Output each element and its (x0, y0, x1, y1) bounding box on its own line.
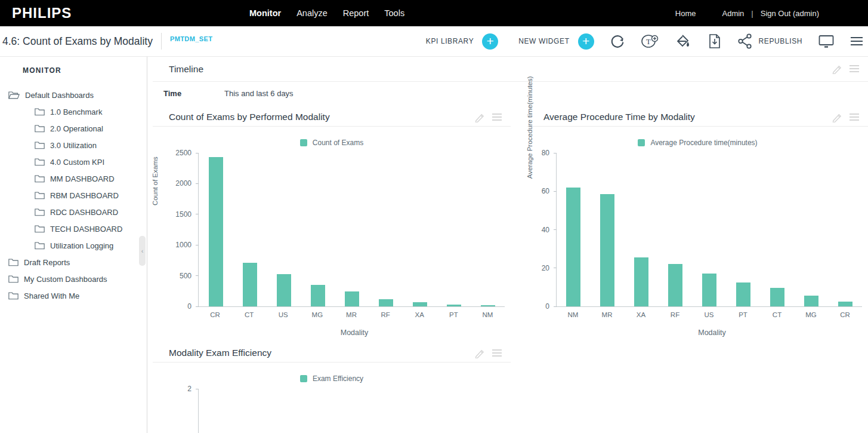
y-axis-label: Count of Exams (152, 156, 159, 205)
sidebar-item-mm-dashboard[interactable]: MM DASHBOARD (0, 170, 147, 187)
sidebar-item-utilization-logging[interactable]: Utilization Logging (0, 237, 147, 254)
bar-nm[interactable] (566, 188, 580, 306)
bar-pt[interactable] (736, 282, 750, 306)
bar-us[interactable] (702, 274, 716, 306)
kpi-library-button[interactable]: KPI LIBRARY (426, 37, 474, 45)
plot-area: 2 (198, 389, 505, 433)
bars (557, 153, 862, 306)
dataset-tag[interactable]: PMTDM_SET (170, 35, 212, 42)
bar-chart-avg-procedure-time: Average Procedure time(minutes) Average … (527, 139, 868, 337)
sidebar-item-label: My Custom Dashboards (24, 275, 107, 284)
sidebar-item-default-dashboards[interactable]: Default Dashboards (0, 87, 147, 103)
bar-mr[interactable] (345, 291, 359, 306)
folder-icon (8, 291, 18, 300)
x-tick-mg: MG (794, 311, 828, 318)
refresh-icon[interactable] (610, 33, 625, 49)
user-nav: Home Admin | Sign Out (admin) (675, 9, 819, 18)
share-icon (737, 33, 753, 50)
bar-mg[interactable] (311, 285, 325, 306)
bar-ct[interactable] (770, 288, 784, 306)
x-tick-nm: NM (471, 311, 505, 318)
bar-nm[interactable] (481, 305, 495, 306)
top-bar: PHILIPS MonitorAnalyzeReportTools Home A… (0, 0, 868, 26)
folder-icon (8, 258, 18, 266)
x-tick-xa: XA (624, 311, 658, 318)
add-text-icon[interactable]: T (641, 33, 660, 50)
bar-xa[interactable] (634, 257, 648, 306)
bar-cr[interactable] (838, 302, 852, 306)
x-tick-us: US (692, 311, 726, 318)
widget-count-of-exams: Count of Exams by Performed Modality Cou… (153, 108, 511, 337)
sidebar-item-4-0-custom-kpi[interactable]: 4.0 Custom KPI (0, 153, 147, 170)
legend-swatch (638, 139, 645, 146)
sidebar-item-rbm-dashboard[interactable]: RBM DASHBOARD (0, 187, 147, 204)
sidebar-item-my-custom-dashboards[interactable]: My Custom Dashboards (0, 271, 147, 287)
nav-tab-analyze[interactable]: Analyze (296, 8, 328, 18)
title-toolbar: 4.6: Count of Exams by Modality PMTDM_SE… (0, 26, 868, 57)
edit-pencil-icon[interactable] (832, 64, 842, 74)
sidebar-item-label: Draft Reports (24, 258, 70, 267)
y-tick: 500 (180, 272, 199, 280)
bar-rf[interactable] (379, 299, 393, 306)
time-value[interactable]: This and last 6 days (224, 89, 294, 98)
nav-home[interactable]: Home (675, 9, 696, 18)
new-widget-button[interactable]: NEW WIDGET (518, 37, 569, 45)
sidebar-item-1-0-benchmark[interactable]: 1.0 Benchmark (0, 103, 147, 120)
chart-title: Count of Exams by Performed Modality (169, 112, 330, 122)
x-tick-cr: CR (198, 311, 232, 318)
legend-label: Exam Efficiency (313, 374, 363, 383)
x-tick-mr: MR (590, 311, 624, 318)
bars (199, 153, 505, 306)
x-tick-rf: RF (658, 311, 692, 318)
philips-logo: PHILIPS (12, 5, 72, 22)
bar-cr[interactable] (209, 157, 223, 306)
folder-icon (35, 158, 45, 166)
bar-ct[interactable] (243, 263, 257, 307)
x-tick-mg: MG (300, 311, 334, 318)
sidebar-item-tech-dashboard[interactable]: TECH DASHBOARD (0, 220, 147, 237)
sign-out-link[interactable]: Sign Out (admin) (761, 9, 819, 18)
folder-icon (35, 208, 45, 216)
widget-menu-icon[interactable] (492, 348, 502, 358)
kpi-library-add-icon[interactable]: + (482, 33, 498, 50)
bar-mr[interactable] (600, 194, 614, 306)
menu-icon[interactable] (850, 35, 863, 47)
y-tick: 40 (542, 226, 557, 234)
sidebar-collapse-handle[interactable]: ‹ (139, 236, 146, 266)
sidebar-item-shared-with-me[interactable]: Shared With Me (0, 287, 147, 304)
bar-pt[interactable] (447, 305, 461, 306)
nav-admin[interactable]: Admin (722, 9, 744, 18)
sidebar-item-rdc-dashboard[interactable]: RDC DASHBOARD (0, 204, 147, 220)
new-widget-add-icon[interactable]: + (578, 33, 594, 50)
widget-menu-icon[interactable] (492, 112, 502, 122)
nav-tab-tools[interactable]: Tools (384, 8, 404, 18)
bar-xa[interactable] (413, 302, 427, 306)
widget-menu-icon[interactable] (849, 64, 860, 73)
edit-pencil-icon[interactable] (474, 348, 484, 358)
x-tick-us: US (266, 311, 300, 318)
bar-mg[interactable] (804, 296, 818, 306)
sidebar-item-label: 2.0 Operational (50, 124, 103, 133)
edit-pencil-icon[interactable] (474, 112, 484, 122)
page-title: 4.6: Count of Exams by Modality (2, 35, 153, 48)
x-tick-nm: NM (556, 311, 590, 318)
sidebar-item-draft-reports[interactable]: Draft Reports (0, 254, 147, 271)
nav-tab-monitor[interactable]: Monitor (249, 8, 281, 18)
bar-rf[interactable] (668, 264, 682, 306)
sidebar-item-2-0-operational[interactable]: 2.0 Operational (0, 120, 147, 137)
app-window: PHILIPS MonitorAnalyzeReportTools Home A… (0, 0, 868, 433)
display-mode-icon[interactable] (818, 33, 835, 49)
republish-button[interactable]: REPUBLISH (737, 33, 802, 50)
widget-menu-icon[interactable] (849, 112, 860, 122)
dashboard-tree: Default Dashboards1.0 Benchmark2.0 Opera… (0, 87, 147, 304)
bar-us[interactable] (277, 274, 291, 306)
folder-icon (35, 191, 45, 199)
nav-tab-report[interactable]: Report (343, 8, 369, 18)
bars (199, 389, 505, 433)
sidebar-item-3-0-utilization[interactable]: 3.0 Utilization (0, 137, 147, 153)
x-axis-label: Modality (556, 328, 868, 337)
open-folder-icon (8, 91, 20, 99)
export-document-icon[interactable] (708, 33, 722, 50)
theme-icon[interactable] (675, 33, 692, 50)
edit-pencil-icon[interactable] (832, 112, 842, 122)
